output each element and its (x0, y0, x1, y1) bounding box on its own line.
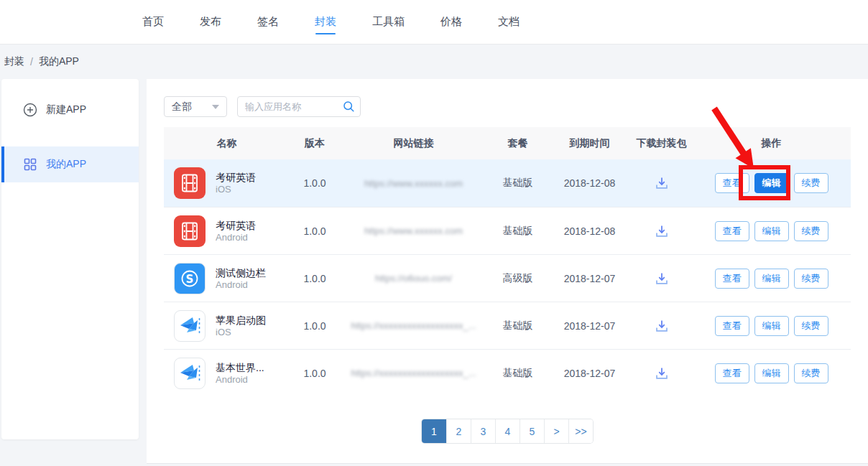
plus-circle-icon (23, 103, 37, 117)
page-button-1[interactable]: 1 (422, 419, 446, 443)
nav-item-toolbox[interactable]: 工具箱 (372, 0, 405, 44)
col-name: 名称 (164, 137, 290, 150)
app-platform: iOS (216, 184, 256, 195)
sidebar-item-label: 新建APP (46, 103, 86, 116)
film-app-icon (174, 215, 206, 247)
col-actions: 操作 (692, 137, 851, 150)
sidebar-item-my-app[interactable]: 我的APP (1, 146, 139, 182)
table-header: 名称 版本 网站链接 套餐 到期时间 下载封装包 操作 (164, 127, 851, 159)
page-button-5[interactable]: 5 (520, 419, 544, 443)
breadcrumb-root[interactable]: 封装 (4, 55, 24, 68)
app-expiry: 2018-12-07 (548, 368, 631, 379)
col-download: 下载封装包 (631, 137, 692, 150)
category-select-value: 全部 (172, 101, 192, 113)
app-name: 苹果启动图 (216, 314, 266, 327)
sidebar: 新建APP 我的APP (1, 79, 139, 439)
nav-item-package[interactable]: 封装 (315, 0, 336, 44)
app-name: 考研英语 (216, 219, 256, 232)
app-name: 测试侧边栏 (216, 266, 266, 279)
nav-item-publish[interactable]: 发布 (200, 0, 221, 44)
table-row: 考研英语 Android 1.0.0 https://www.xxxxxx.co… (164, 207, 851, 254)
col-expiry: 到期时间 (548, 137, 631, 150)
renew-button[interactable]: 续费 (794, 316, 828, 336)
app-name: 考研英语 (216, 171, 256, 184)
renew-button[interactable]: 续费 (794, 363, 828, 383)
s-circle-app-icon: S (174, 263, 206, 294)
app-expiry: 2018-12-07 (548, 320, 631, 332)
svg-text:S: S (186, 272, 194, 285)
film-app-icon (174, 167, 206, 199)
next-page-button[interactable]: > (544, 419, 568, 443)
edit-button[interactable]: 编辑 (754, 173, 789, 193)
app-url-blurred: https://www.xxxxxx.com (364, 178, 463, 189)
renew-button[interactable]: 续费 (794, 269, 828, 289)
page-button-4[interactable]: 4 (495, 419, 520, 443)
grid-icon (23, 157, 37, 172)
nav-item-sign[interactable]: 签名 (257, 0, 279, 44)
category-select[interactable]: 全部 (164, 96, 227, 117)
app-version: 1.0.0 (290, 368, 340, 379)
edit-button[interactable]: 编辑 (754, 269, 789, 289)
app-table: 名称 版本 网站链接 套餐 到期时间 下载封装包 操作 考研英语 (164, 127, 851, 396)
edit-button[interactable]: 编辑 (754, 363, 789, 383)
col-website: 网站链接 (340, 137, 487, 150)
search-icon[interactable] (343, 101, 355, 115)
app-expiry: 2018-12-08 (548, 225, 631, 237)
download-icon[interactable] (654, 365, 670, 381)
nav-item-price[interactable]: 价格 (440, 0, 462, 44)
app-expiry: 2018-12-08 (548, 177, 631, 189)
app-url-blurred: https://www.xxxxxx.com (364, 225, 463, 236)
paper-bird-app-icon (174, 310, 206, 342)
col-version: 版本 (290, 137, 340, 150)
app-url-blurred: https://o6ouo.com/ (375, 273, 452, 284)
view-button[interactable]: 查看 (715, 221, 749, 241)
page: 首页 发布 签名 封装 工具箱 价格 文档 封装 / 我的APP 新建APP 我… (0, 0, 868, 466)
app-version: 1.0.0 (290, 320, 340, 332)
app-platform: Android (216, 232, 256, 243)
breadcrumb: 封装 / 我的APP (4, 45, 79, 79)
download-icon[interactable] (654, 223, 670, 239)
app-name: 基本世界... (216, 361, 264, 374)
app-plan: 基础版 (487, 320, 548, 332)
download-icon[interactable] (654, 318, 670, 334)
app-url-blurred: https://xxxxxxxxxxxxxxxxxx_... (351, 320, 476, 331)
download-icon[interactable] (654, 271, 670, 286)
filter-bar: 全部 (147, 79, 868, 117)
sidebar-item-new-app[interactable]: 新建APP (1, 92, 139, 128)
table-row: 考研英语 iOS 1.0.0 https://www.xxxxxx.com 基础… (164, 159, 851, 207)
page-button-3[interactable]: 3 (471, 419, 495, 443)
app-plan: 基础版 (487, 367, 548, 380)
app-version: 1.0.0 (290, 177, 340, 189)
table-body: 考研英语 iOS 1.0.0 https://www.xxxxxx.com 基础… (164, 159, 851, 396)
nav-item-docs[interactable]: 文档 (498, 0, 520, 44)
app-url-blurred: https://xxxxxxxxxxxxxxxxxx_... (351, 368, 476, 378)
search-box (237, 96, 361, 117)
chevron-down-icon (212, 105, 219, 109)
col-plan: 套餐 (487, 137, 548, 150)
renew-button[interactable]: 续费 (794, 173, 828, 193)
app-plan: 高级版 (487, 272, 548, 285)
app-platform: Android (216, 279, 266, 291)
nav-item-home[interactable]: 首页 (142, 0, 164, 44)
edit-button[interactable]: 编辑 (754, 221, 789, 241)
download-icon[interactable] (654, 175, 670, 191)
edit-button[interactable]: 编辑 (754, 316, 789, 336)
main-panel: 全部 名称 版本 网站链接 套餐 到期时间 下载封装包 操作 (147, 79, 868, 464)
view-button[interactable]: 查看 (715, 363, 749, 383)
paper-bird-app-icon (174, 358, 206, 389)
table-row: S 测试侧边栏 Android 1.0.0 https://o6ouo.com/… (164, 254, 851, 302)
breadcrumb-current: 我的APP (39, 55, 79, 68)
view-button[interactable]: 查看 (715, 269, 749, 289)
top-navbar: 首页 发布 签名 封装 工具箱 价格 文档 (0, 0, 868, 45)
view-button[interactable]: 查看 (715, 316, 749, 336)
sidebar-item-label: 我的APP (46, 158, 86, 171)
app-plan: 基础版 (487, 225, 548, 238)
app-expiry: 2018-12-07 (548, 273, 631, 284)
page-button-2[interactable]: 2 (446, 419, 471, 443)
app-version: 1.0.0 (290, 225, 340, 237)
app-platform: iOS (216, 327, 266, 338)
table-row: 基本世界... Android 1.0.0 https://xxxxxxxxxx… (164, 349, 851, 396)
renew-button[interactable]: 续费 (794, 221, 828, 241)
last-page-button[interactable]: >> (568, 419, 593, 443)
view-button[interactable]: 查看 (715, 173, 749, 193)
